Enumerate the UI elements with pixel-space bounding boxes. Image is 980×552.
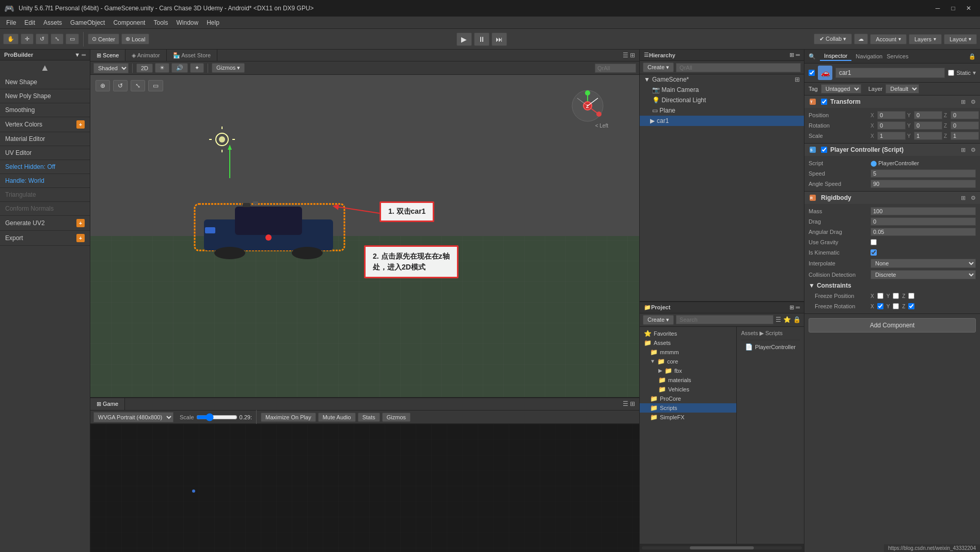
inspector-lock-icon[interactable]: 🔒 — [969, 53, 976, 60]
object-name-input[interactable] — [835, 68, 945, 78]
freeze-pos-y[interactable] — [893, 293, 899, 299]
freeze-rot-z[interactable] — [908, 303, 914, 309]
freeze-pos-z[interactable] — [908, 293, 914, 299]
project-search[interactable] — [676, 315, 773, 324]
collision-detection-select[interactable]: Discrete — [871, 270, 976, 279]
hierarchy-item-directional-light[interactable]: 💡 Directional Light — [640, 95, 804, 105]
freeze-rot-x[interactable] — [877, 303, 883, 309]
rb-gear-icon[interactable]: ⚙ — [971, 195, 976, 201]
mass-input[interactable] — [871, 207, 976, 215]
new-poly-shape-item[interactable]: New Poly Shape — [0, 89, 90, 103]
tag-select[interactable]: Untagged — [821, 84, 861, 93]
menu-tools[interactable]: Tools — [149, 18, 172, 27]
proj-fbx[interactable]: ▶ 📁 fbx — [640, 366, 736, 375]
pause-button[interactable]: ⏸ — [474, 33, 489, 46]
material-editor-item[interactable]: Material Editor — [0, 132, 90, 146]
scene-panel-options[interactable]: ☰ ⊞ — [619, 50, 639, 61]
proj-mmmm[interactable]: 📁 mmmm — [640, 348, 736, 357]
mute-audio-button[interactable]: Mute Audio — [318, 413, 356, 422]
proj-vehicles[interactable]: 📁 Vehicles — [640, 385, 736, 394]
scene-expand-icon[interactable]: ▼ — [644, 76, 650, 83]
close-button[interactable]: ✕ — [961, 3, 976, 14]
project-options[interactable]: ⊞ ═ — [789, 304, 800, 311]
menu-assets[interactable]: Assets — [39, 18, 66, 27]
transform-header[interactable]: T Transform ⊞ ⚙ — [804, 96, 980, 108]
stats-button[interactable]: Stats — [358, 413, 380, 422]
scene-rotate-tool[interactable]: ↺ — [113, 80, 128, 91]
scene-viewport[interactable]: ⊕ ↺ ⤡ ▭ — [90, 75, 639, 397]
local-button[interactable]: ⊕ Local — [121, 34, 149, 44]
use-gravity-checkbox[interactable] — [871, 239, 877, 245]
export-plus[interactable]: + — [76, 234, 85, 242]
scale-x-input[interactable] — [877, 132, 906, 140]
constraints-expand-icon[interactable]: ▼ — [809, 282, 815, 289]
menu-window[interactable]: Window — [172, 18, 202, 27]
maximize-button[interactable]: □ — [946, 3, 960, 14]
shading-mode-select[interactable]: Shaded — [93, 63, 129, 73]
hierarchy-search[interactable] — [676, 63, 801, 72]
generate-uv2-plus[interactable]: + — [76, 219, 85, 227]
interpolate-select[interactable]: None — [871, 259, 976, 268]
scene-move-tool[interactable]: ⊕ — [96, 80, 110, 91]
gizmos-button[interactable]: Gizmos ▾ — [212, 63, 245, 73]
select-hidden-item[interactable]: Select Hidden: Off — [0, 160, 90, 174]
car1-expand-icon[interactable]: ▶ — [650, 117, 655, 124]
transform-gear-icon[interactable]: ⚙ — [971, 99, 976, 105]
pc-gear-icon[interactable]: ⚙ — [971, 147, 976, 153]
menu-component[interactable]: Component — [109, 18, 149, 27]
object-active-checkbox[interactable] — [809, 70, 815, 76]
project-filter-icon[interactable]: ☰ — [776, 316, 781, 323]
play-button[interactable]: ▶ — [456, 33, 472, 46]
menu-gameobject[interactable]: GameObject — [66, 18, 109, 27]
rotation-x-input[interactable] — [877, 121, 906, 130]
proj-procore[interactable]: 📁 ProCore — [640, 394, 736, 403]
rigidbody-header[interactable]: R Rigidbody ⊞ ⚙ — [804, 192, 980, 204]
proj-player-controller[interactable]: 📄 PlayerController — [741, 342, 800, 352]
tab-services[interactable]: Services — [887, 53, 908, 59]
static-dropdown[interactable]: ▾ — [973, 69, 976, 76]
player-controller-active-checkbox[interactable] — [821, 147, 827, 153]
proj-materials[interactable]: 📁 materials — [640, 375, 736, 385]
proj-scripts[interactable]: 📁 Scripts — [640, 403, 736, 413]
player-controller-header[interactable]: S Player Controller (Script) ⊞ ⚙ — [804, 144, 980, 156]
transform-copy-icon[interactable]: ⊞ — [961, 99, 966, 105]
uv-editor-item[interactable]: UV Editor — [0, 146, 90, 160]
proj-assets[interactable]: 📁 Assets — [640, 338, 736, 348]
layer-select[interactable]: Default — [886, 84, 919, 93]
scrollbar-track[interactable] — [642, 546, 802, 549]
center-button[interactable]: ⊙ Center — [88, 34, 119, 44]
menu-file[interactable]: File — [2, 18, 20, 27]
hand-tool-button[interactable]: ✋ — [3, 34, 19, 44]
freeze-rot-y[interactable] — [893, 303, 899, 309]
rotate-tool-button[interactable]: ↺ — [36, 34, 49, 44]
menu-edit[interactable]: Edit — [20, 18, 39, 27]
scale-y-input[interactable] — [914, 132, 942, 140]
tab-scene[interactable]: ⊞ Scene — [90, 50, 125, 61]
hierarchy-item-car1[interactable]: ▶ car1 — [640, 116, 804, 126]
hierarchy-options[interactable]: ⊞ ═ — [789, 52, 800, 58]
game-panel-options[interactable]: ☰ ⊞ — [619, 398, 639, 410]
layers-button[interactable]: Layers — [909, 34, 942, 44]
rotation-z-input[interactable] — [951, 121, 979, 130]
scale-slider[interactable] — [196, 413, 238, 421]
scene-scale-tool[interactable]: ⤡ — [131, 80, 145, 91]
handle-world-item[interactable]: Handle: World — [0, 174, 90, 188]
tab-animator[interactable]: ◈ Animator — [125, 50, 166, 61]
game-gizmos-button[interactable]: Gizmos — [382, 413, 410, 422]
tab-game[interactable]: ⊞ Game — [90, 398, 125, 410]
is-kinematic-checkbox[interactable] — [871, 249, 877, 256]
scene-search-input[interactable] — [595, 64, 636, 73]
generate-uv2-item[interactable]: Generate UV2 + — [0, 216, 90, 231]
tab-asset-store[interactable]: 🏪 Asset Store — [167, 50, 217, 61]
menu-help[interactable]: Help — [202, 18, 224, 27]
step-button[interactable]: ⏭ — [492, 33, 507, 46]
rotation-y-input[interactable] — [914, 121, 942, 130]
tab-navigation[interactable]: Navigation — [856, 53, 882, 59]
tab-inspector[interactable]: Inspector — [820, 52, 851, 61]
project-star-icon[interactable]: ⭐ — [783, 316, 791, 323]
project-lock-icon[interactable]: 🔒 — [793, 316, 801, 323]
maximize-on-play-button[interactable]: Maximize On Play — [261, 413, 316, 422]
fbx-expand[interactable]: ▶ — [658, 368, 662, 373]
scene-effects-button[interactable]: ✦ — [190, 63, 204, 73]
vertex-colors-item[interactable]: Vertex Colors + — [0, 117, 90, 132]
